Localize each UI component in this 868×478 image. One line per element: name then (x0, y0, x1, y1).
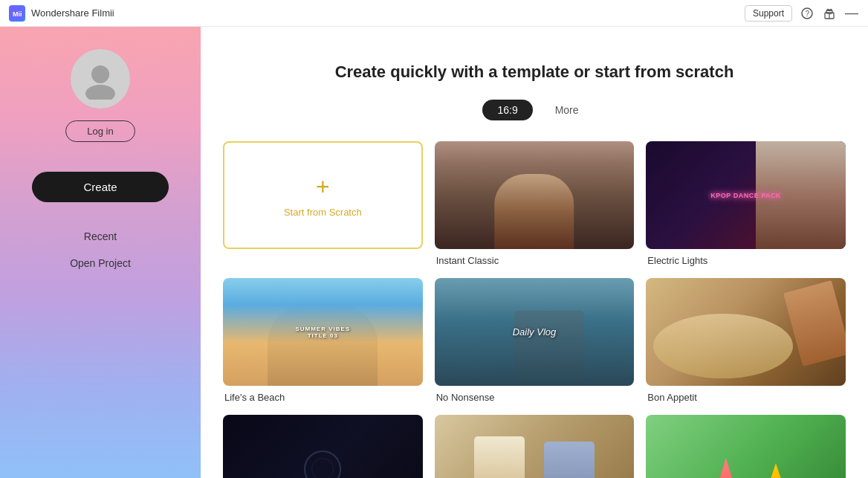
login-button[interactable]: Log in (65, 120, 135, 142)
template-label-instant-classic: Instant Classic (435, 255, 635, 266)
scratch-label: Start from Scratch (284, 207, 362, 218)
template-row3-left[interactable] (223, 415, 423, 478)
template-label-bon-appetit: Bon Appetit (646, 392, 846, 403)
svg-text:Mii: Mii (13, 10, 22, 18)
ratio-tab-more[interactable]: More (548, 100, 586, 120)
template-thumb-bon-appetit (646, 278, 846, 386)
sidebar-item-open-project[interactable]: Open Project (15, 251, 186, 275)
titlebar: Mii Wondershare Filmii Support ? (0, 0, 868, 27)
scratch-plus-icon: + (316, 173, 330, 201)
main-layout: Log in Create Recent Open Project Create… (0, 27, 868, 478)
titlebar-left: Mii Wondershare Filmii (9, 5, 114, 22)
template-grid: + Start from Scratch Instant Classic (223, 141, 846, 478)
vlog-overlay-text: Daily Vlog (513, 326, 557, 337)
minimize-button[interactable]: — (844, 6, 859, 21)
template-row3-mid[interactable] (435, 415, 635, 478)
template-thumb-row3-right (646, 415, 846, 478)
sidebar-nav: Recent Open Project (15, 225, 186, 275)
template-row3-right[interactable] (646, 415, 846, 478)
template-label-electric-lights: Electric Lights (646, 255, 846, 266)
template-thumb-instant-classic (435, 141, 635, 249)
template-electric-lights[interactable]: KPOP DANCE PACK Electric Lights (646, 141, 846, 266)
scratch-card[interactable]: + Start from Scratch (223, 141, 423, 249)
template-thumb-beach: SUMMER VIBESTITLE 03 (223, 278, 423, 386)
scratch-template-item[interactable]: + Start from Scratch (223, 141, 423, 266)
sidebar: Log in Create Recent Open Project (0, 27, 201, 478)
template-instant-classic[interactable]: Instant Classic (435, 141, 635, 266)
page-title: Create quickly with a template or start … (223, 62, 846, 82)
avatar (71, 49, 130, 109)
app-logo: Mii (9, 5, 25, 22)
svg-point-7 (91, 65, 109, 83)
template-thumb-electric-lights: KPOP DANCE PACK (646, 141, 846, 249)
content-area: Create quickly with a template or start … (201, 33, 868, 478)
help-icon[interactable]: ? (800, 6, 814, 21)
template-thumb-vlog: Daily Vlog (435, 278, 635, 386)
beach-overlay-text: SUMMER VIBESTITLE 03 (295, 326, 350, 339)
template-label-vlog: No Nonsense (435, 392, 635, 403)
template-no-nonsense[interactable]: Daily Vlog No Nonsense (435, 278, 635, 403)
template-thumb-row3-left (223, 415, 423, 478)
create-button[interactable]: Create (32, 172, 169, 202)
svg-text:?: ? (806, 10, 810, 18)
template-bon-appetit[interactable]: Bon Appetit (646, 278, 846, 403)
template-thumb-row3-mid (435, 415, 635, 478)
template-label-beach: Life's a Beach (223, 392, 423, 403)
gift-icon[interactable] (822, 6, 837, 21)
app-name: Wondershare Filmii (31, 7, 114, 19)
titlebar-right: Support ? — (745, 5, 859, 22)
kpop-overlay-text: KPOP DANCE PACK (710, 192, 781, 199)
sidebar-item-recent[interactable]: Recent (15, 225, 186, 248)
template-lifes-a-beach[interactable]: SUMMER VIBESTITLE 03 Life's a Beach (223, 278, 423, 403)
ratio-tabs: 16:9 More (223, 100, 846, 120)
support-button[interactable]: Support (745, 5, 792, 22)
svg-point-8 (85, 85, 115, 100)
ratio-tab-16-9[interactable]: 16:9 (482, 100, 532, 120)
